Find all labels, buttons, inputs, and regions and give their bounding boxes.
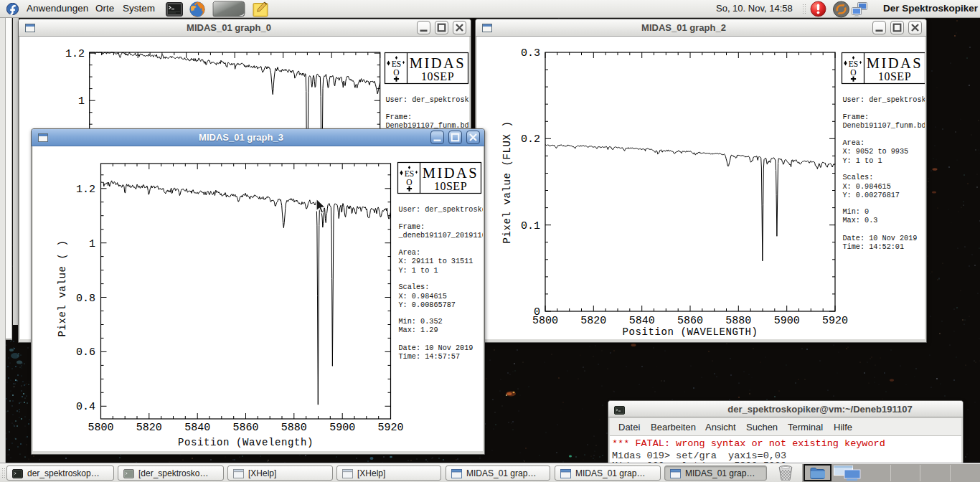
- svg-text:0.8: 0.8: [76, 293, 95, 305]
- svg-text:Y: 1 to 1: Y: 1 to 1: [399, 267, 438, 275]
- svg-text:X: 0.984615: X: 0.984615: [399, 293, 447, 301]
- svg-text:Area:: Area:: [843, 139, 865, 147]
- svg-text:0.6: 0.6: [76, 346, 95, 359]
- svg-text:Frame:: Frame:: [386, 113, 413, 121]
- svg-text:5820: 5820: [580, 315, 606, 327]
- svg-text:ES: ES: [405, 169, 414, 178]
- svg-text:Y: 0.00865787: Y: 0.00865787: [399, 301, 456, 309]
- svg-text:Area:: Area:: [399, 249, 421, 257]
- svg-text:Position (WAVELENGTH): Position (WAVELENGTH): [622, 326, 758, 338]
- svg-text:1.2: 1.2: [76, 184, 95, 196]
- svg-text:User: der_spektroskopiker: User: der_spektroskopiker: [843, 96, 925, 104]
- svg-text:5900: 5900: [774, 315, 800, 327]
- svg-text:Y: 1 to 1: Y: 1 to 1: [843, 157, 882, 165]
- svg-text:O: O: [393, 68, 399, 77]
- svg-text:X: 29111 to 31511: X: 29111 to 31511: [399, 257, 473, 265]
- svg-text:10SEP: 10SEP: [878, 70, 911, 82]
- svg-text:Min: 0.352: Min: 0.352: [399, 318, 443, 326]
- svg-text:Max: 1.29: Max: 1.29: [399, 326, 438, 334]
- svg-text:Time: 14:52:01: Time: 14:52:01: [843, 243, 905, 251]
- svg-text:Date: 10 Nov 2019: Date: 10 Nov 2019: [399, 344, 473, 352]
- svg-text:1: 1: [89, 238, 95, 250]
- svg-text:5840: 5840: [629, 315, 655, 327]
- svg-text:5820: 5820: [136, 422, 162, 434]
- svg-text:10SEP: 10SEP: [434, 180, 467, 192]
- svg-text:0.3: 0.3: [521, 47, 540, 60]
- svg-text:MIDAS: MIDAS: [867, 55, 923, 71]
- svg-text:Max: 0.3: Max: 0.3: [843, 217, 878, 225]
- svg-text:5840: 5840: [184, 422, 210, 434]
- svg-text:0.2: 0.2: [521, 133, 540, 146]
- svg-text:5860: 5860: [677, 315, 703, 327]
- svg-text:Scales:: Scales:: [843, 174, 874, 181]
- svg-text:5920: 5920: [377, 422, 403, 434]
- svg-text:Pixel value (FLUX ): Pixel value (FLUX ): [501, 120, 513, 243]
- svg-text:5920: 5920: [822, 315, 848, 327]
- svg-text:5880: 5880: [281, 422, 307, 434]
- svg-text:Time: 14:57:57: Time: 14:57:57: [399, 353, 461, 361]
- svg-text:Scales:: Scales:: [399, 283, 430, 291]
- svg-text:Y: 0.00276817: Y: 0.00276817: [843, 192, 900, 199]
- svg-text:0.1: 0.1: [521, 220, 540, 232]
- svg-text:Position (Wavelength): Position (Wavelength): [178, 437, 314, 448]
- svg-text:Date: 10 Nov 2019: Date: 10 Nov 2019: [843, 235, 918, 242]
- svg-text:10SEP: 10SEP: [421, 70, 454, 82]
- svg-text:Frame:: Frame:: [399, 223, 425, 231]
- svg-text:5900: 5900: [329, 422, 355, 434]
- svg-text:Deneb191107_funm.bdf: Deneb191107_funm.bdf: [843, 122, 925, 130]
- svg-text:Pixel value ( ): Pixel value ( ): [57, 240, 68, 336]
- svg-text:Min: 0: Min: 0: [843, 208, 870, 216]
- svg-text:Frame:: Frame:: [843, 113, 870, 121]
- svg-text:User: der_spektroskopiker: User: der_spektroskopiker: [386, 96, 470, 104]
- svg-text:0: 0: [534, 306, 540, 318]
- svg-text:1.2: 1.2: [65, 48, 85, 60]
- svg-text:O: O: [406, 178, 412, 186]
- svg-text:X: 9052 to 9935: X: 9052 to 9935: [843, 148, 909, 156]
- svg-text:5800: 5800: [88, 422, 113, 434]
- svg-text:5860: 5860: [232, 422, 258, 434]
- svg-text:MIDAS: MIDAS: [423, 165, 479, 181]
- svg-text:1: 1: [78, 95, 85, 108]
- svg-text:5880: 5880: [725, 315, 751, 327]
- svg-text:X: 0.984615: X: 0.984615: [843, 183, 891, 191]
- svg-text:ES: ES: [392, 60, 401, 68]
- svg-text:O: O: [850, 68, 856, 77]
- svg-text:0.4: 0.4: [76, 401, 95, 413]
- svg-text:_deneb191107_20191107T1933: _deneb191107_20191107T1933: [398, 232, 484, 240]
- svg-text:MIDAS: MIDAS: [410, 55, 466, 71]
- svg-text:User: der_spektroskopiker: User: der_spektroskopiker: [399, 206, 484, 214]
- svg-text:ES: ES: [849, 60, 858, 68]
